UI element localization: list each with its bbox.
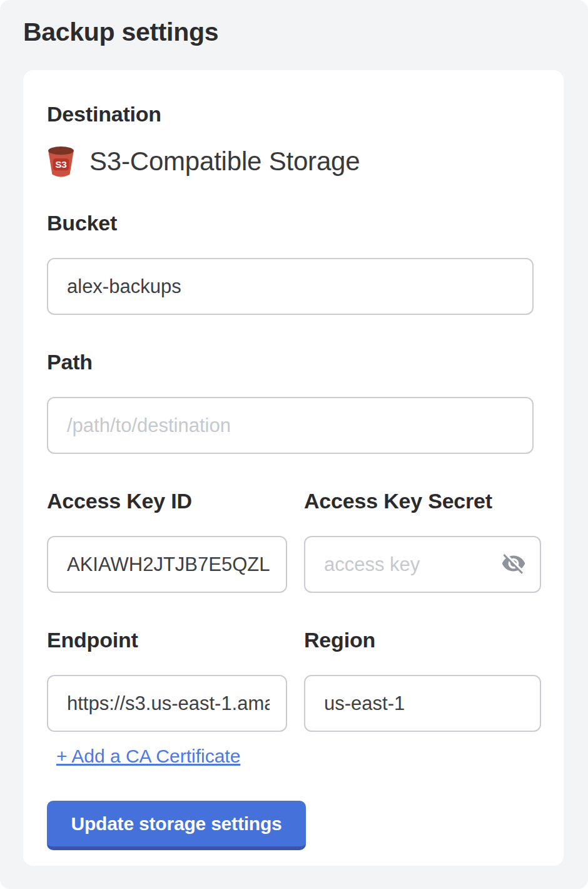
destination-label: Destination xyxy=(47,103,540,125)
region-label: Region xyxy=(304,629,541,650)
eye-off-icon xyxy=(501,551,526,578)
path-label: Path xyxy=(47,351,540,373)
access-key-id-label: Access Key ID xyxy=(47,490,287,511)
endpoint-input[interactable] xyxy=(47,675,287,732)
add-ca-certificate-link[interactable]: + Add a CA Certificate xyxy=(56,746,240,767)
destination-display: S3 S3-Compatible Storage xyxy=(47,145,540,178)
s3-bucket-icon: S3 xyxy=(47,146,75,178)
backup-settings-page: Backup settings Destination S3 S3-Compat… xyxy=(0,0,588,889)
endpoint-label: Endpoint xyxy=(47,629,287,650)
access-key-secret-label: Access Key Secret xyxy=(304,490,541,511)
destination-value: S3-Compatible Storage xyxy=(89,146,360,177)
page-title: Backup settings xyxy=(23,18,218,46)
bucket-label: Bucket xyxy=(47,212,540,234)
path-input[interactable] xyxy=(47,397,534,454)
toggle-secret-visibility-button[interactable] xyxy=(499,536,529,593)
bucket-input[interactable] xyxy=(47,258,534,315)
settings-card: Destination S3 S3-Compatible Storage Buc… xyxy=(23,70,564,866)
access-key-id-input[interactable] xyxy=(47,536,287,593)
update-storage-settings-button[interactable]: Update storage settings xyxy=(47,801,306,850)
region-input[interactable] xyxy=(304,675,541,732)
svg-text:S3: S3 xyxy=(55,159,67,170)
